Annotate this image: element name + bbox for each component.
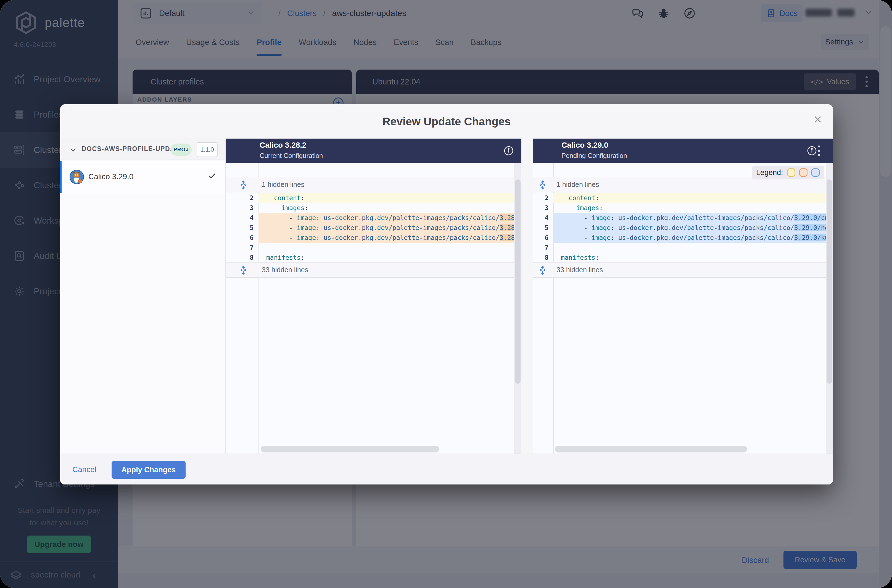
code-line-8: 8manifests: [533,253,833,262]
info-icon[interactable] [503,145,514,156]
line-content [553,243,825,253]
line-number: 7 [226,243,258,253]
code-line-8: 8manifests: [226,253,521,262]
modal-footer: Cancel Apply Changes [60,453,833,484]
code-lines: 2 content:3 images:4 - image: us-docker.… [226,193,521,262]
line-number: 2 [533,193,553,203]
diff-pane-current: Calico 3.28.2 Current Configuration 1 hi… [226,139,521,453]
hidden-lines-label: 1 hidden lines [556,180,599,189]
code-line-7: 7 [533,243,833,253]
line-number: 5 [226,223,258,233]
apply-changes-button[interactable]: Apply Changes [111,461,186,478]
code-lines: 2 content:3 images:4 - image: us-docker.… [533,193,833,262]
code-line-3: 3 images: [533,203,833,213]
line-number: 6 [533,233,553,243]
line-number: 8 [533,253,553,262]
line-content: images: [258,203,514,213]
code-line-4: 4 - image: us-docker.pkg.dev/palette-ima… [226,213,521,223]
code-line-6: 6 - image: us-docker.pkg.dev/palette-ima… [533,233,833,243]
line-content: - image: us-docker.pkg.dev/palette-image… [258,223,521,233]
line-content: content: [258,193,514,203]
review-update-changes-modal: Review Update Changes × DOCS-AWS-PROFILE… [60,104,833,484]
pack-name: Calico 3.29.0 [89,172,134,181]
line-content: - image: us-docker.pkg.dev/palette-image… [553,213,833,223]
pack-list-item[interactable]: Calico 3.29.0 [60,160,225,193]
line-number: 8 [226,253,258,262]
calico-pack-icon [70,170,84,184]
unfold-icon[interactable] [538,265,548,276]
profile-header[interactable]: DOCS-AWS-PROFILE-UPDATES PROJ 1.1.0 [60,139,225,160]
diff-code-current: 1 hidden lines 2 content:3 images:4 - im… [226,163,521,453]
line-number: 3 [533,203,553,213]
legend-label: Legend: [756,168,783,177]
code-line-2: 2 content: [226,193,521,203]
line-content: manifests: [553,253,825,262]
app-window: palette 4.6.0-241203 Project OverviewPro… [0,0,892,588]
diff-legend: Legend: [752,166,824,179]
diff-pane-pending-header: Calico 3.29.0 Pending Configuration [533,139,833,163]
unfold-icon[interactable] [238,180,249,190]
code-line-7: 7 [226,243,521,253]
modal-title: Review Update Changes [60,116,833,128]
code-line-5: 5 - image: us-docker.pkg.dev/palette-ima… [226,223,521,233]
cancel-button[interactable]: Cancel [72,454,96,485]
modal-profile-panel: DOCS-AWS-PROFILE-UPDATES PROJ 1.1.0 [60,139,226,453]
pane-menu-kebab-icon[interactable] [818,146,820,156]
diff-pane-current-header: Calico 3.28.2 Current Configuration [226,139,521,163]
chevron-down-icon [69,145,78,156]
pane-vscrollbar[interactable] [514,163,521,453]
pane-hscrollbar[interactable] [555,446,747,453]
pane-vscrollbar[interactable] [826,163,833,453]
unfold-icon[interactable] [238,265,249,276]
code-line-6: 6 - image: us-docker.pkg.dev/palette-ima… [226,233,521,243]
pane-title: Calico 3.29.0 [562,141,608,150]
line-content: - image: us-docker.pkg.dev/palette-image… [258,233,521,243]
unfold-icon[interactable] [538,180,548,190]
line-content: content: [553,193,825,203]
pane-title: Calico 3.28.2 [260,141,306,150]
hidden-lines-row[interactable]: 33 hidden lines [226,262,521,278]
line-number: 4 [226,213,258,223]
code-line-3: 3 images: [226,203,521,213]
hidden-lines-label: 1 hidden lines [262,180,304,189]
line-number: 5 [533,223,553,233]
code-line-4: 4 - image: us-docker.pkg.dev/palette-ima… [533,213,833,223]
line-content [258,243,514,253]
check-icon [207,171,217,182]
profile-version: 1.1.0 [197,142,218,157]
line-content: images: [553,203,825,213]
line-number: 3 [226,203,258,213]
line-content: - image: us-docker.pkg.dev/palette-image… [553,233,833,243]
pane-subtitle: Current Configuration [260,152,323,159]
line-content: - image: us-docker.pkg.dev/palette-image… [258,213,521,223]
legend-modified-swatch [787,168,795,177]
line-content: manifests: [258,253,514,262]
profile-scope-badge: PROJ [171,144,192,156]
code-line-5: 5 - image: us-docker.pkg.dev/palette-ima… [533,223,833,233]
line-number: 4 [533,213,553,223]
info-icon[interactable] [806,145,817,156]
selected-indicator [60,160,62,193]
line-content: - image: us-docker.pkg.dev/palette-image… [553,223,833,233]
close-icon[interactable]: × [814,112,822,126]
code-line-2: 2 content: [533,193,833,203]
hidden-lines-row[interactable]: 1 hidden lines [226,177,521,192]
diff-pane-pending: Calico 3.29.0 Pending Configuration 1 hi… [533,139,833,453]
legend-removed-swatch [799,168,808,177]
legend-added-swatch [811,168,820,177]
pane-hscrollbar[interactable] [261,446,439,453]
diff-code-pending: 1 hidden lines 2 content:3 images:4 - im… [533,163,833,453]
hidden-lines-row[interactable]: 33 hidden lines [533,262,833,278]
hidden-lines-label: 33 hidden lines [262,266,308,274]
pane-subtitle: Pending Configuration [562,152,627,159]
line-number: 6 [226,233,258,243]
line-number: 7 [533,243,553,253]
hidden-lines-label: 33 hidden lines [556,266,603,274]
line-number: 2 [226,193,258,203]
